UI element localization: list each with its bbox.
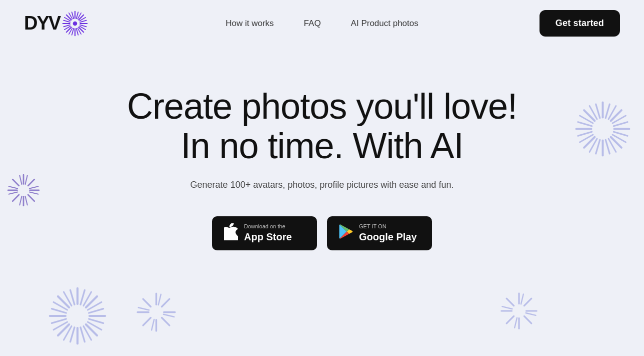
nav-how-it-works[interactable]: How it works [226, 19, 274, 29]
svg-line-82 [54, 322, 68, 330]
starburst-lavender-bottom-left-large [48, 286, 108, 346]
svg-line-98 [152, 319, 154, 330]
svg-line-9 [72, 28, 74, 35]
svg-line-106 [506, 316, 514, 323]
nav-faq[interactable]: FAQ [304, 19, 321, 29]
navbar: DYV [0, 0, 644, 47]
svg-line-74 [70, 327, 74, 342]
svg-line-14 [80, 20, 86, 22]
svg-line-100 [138, 307, 149, 310]
svg-line-70 [58, 324, 69, 335]
svg-line-13 [76, 28, 78, 35]
svg-line-79 [89, 309, 104, 313]
svg-line-10 [80, 25, 86, 27]
starburst-lavender-bottom-right [499, 291, 539, 331]
app-store-button[interactable]: Download on the App Store [212, 216, 317, 250]
get-started-button[interactable]: Get started [540, 10, 620, 37]
svg-line-77 [70, 290, 74, 304]
svg-line-110 [514, 318, 517, 328]
svg-line-83 [84, 292, 92, 306]
app-store-text: Download on the App Store [244, 223, 292, 243]
apple-icon [224, 223, 238, 243]
svg-line-75 [89, 319, 104, 323]
logo-text: DYV [24, 13, 60, 34]
svg-line-86 [54, 302, 68, 310]
nav-links: How it works FAQ AI Product photos [226, 19, 418, 29]
logo[interactable]: DYV [24, 11, 88, 37]
svg-line-107 [524, 316, 531, 323]
starburst-lavender-bottom-left-small [135, 291, 178, 333]
google-play-text: GET IT ON Google Play [359, 223, 417, 243]
svg-line-97 [158, 294, 161, 305]
google-play-icon [339, 224, 353, 242]
svg-line-88 [64, 292, 72, 306]
svg-line-12 [72, 12, 74, 19]
google-play-large-text: Google Play [359, 230, 417, 243]
svg-line-112 [502, 306, 512, 309]
svg-line-85 [88, 322, 102, 330]
svg-line-71 [86, 324, 97, 335]
svg-line-105 [524, 298, 531, 305]
svg-line-99 [164, 314, 174, 317]
svg-line-72 [58, 296, 69, 307]
svg-line-94 [143, 318, 150, 325]
svg-line-80 [52, 319, 66, 323]
svg-line-15 [64, 25, 70, 27]
svg-point-24 [73, 21, 78, 26]
svg-line-81 [88, 302, 102, 310]
svg-line-84 [64, 326, 72, 340]
svg-line-8 [76, 12, 78, 19]
svg-line-108 [506, 298, 514, 305]
svg-line-111 [526, 313, 536, 315]
app-store-small-text: Download on the [244, 223, 292, 230]
hero-title-line1: Create photos you'll love! [127, 86, 517, 126]
nav-ai-product-photos[interactable]: AI Product photos [351, 19, 418, 29]
svg-line-11 [64, 20, 70, 22]
svg-line-96 [143, 299, 150, 306]
svg-line-78 [80, 327, 84, 342]
svg-line-87 [84, 326, 92, 340]
svg-line-109 [521, 294, 524, 304]
store-buttons: Download on the App Store GET IT ON Goog… [212, 216, 432, 250]
app-store-large-text: App Store [244, 230, 292, 243]
svg-line-73 [80, 290, 84, 304]
hero-title: Create photos you'll love! In no time. W… [127, 87, 517, 166]
svg-line-76 [52, 309, 66, 313]
google-play-button[interactable]: GET IT ON Google Play [327, 216, 432, 250]
svg-line-95 [162, 318, 170, 325]
google-play-small-text: GET IT ON [359, 223, 417, 230]
hero-subtitle: Generate 100+ avatars, photos, profile p… [190, 180, 454, 190]
svg-line-69 [86, 296, 97, 307]
logo-starburst-icon [62, 11, 88, 37]
hero-title-line2: In no time. With AI [180, 126, 463, 166]
hero-section: Create photos you'll love! In no time. W… [0, 47, 644, 250]
svg-line-93 [162, 299, 170, 306]
